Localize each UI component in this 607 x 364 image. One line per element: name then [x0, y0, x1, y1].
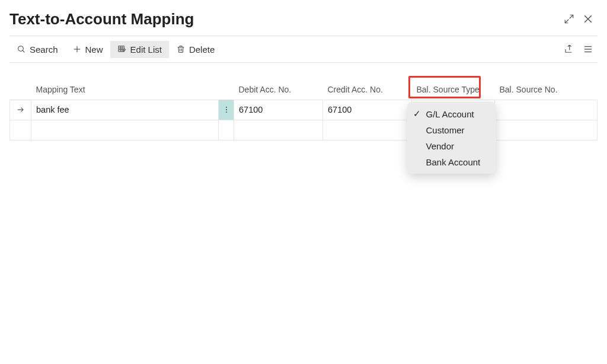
dropdown-option[interactable]: Bank Account: [407, 154, 496, 170]
svg-point-18: [226, 107, 227, 108]
cell-credit-acc[interactable]: [323, 120, 411, 140]
edit-list-label: Edit List: [130, 44, 162, 55]
svg-point-2: [18, 46, 24, 52]
list-view-icon[interactable]: [579, 40, 598, 59]
page-title: Text-to-Account Mapping: [9, 10, 560, 28]
share-icon[interactable]: [560, 40, 579, 59]
svg-line-3: [23, 50, 24, 52]
expand-icon[interactable]: [560, 9, 579, 28]
bal-source-type-dropdown[interactable]: ✓G/L AccountCustomerVendorBank Account: [407, 102, 496, 174]
edit-list-icon: [117, 44, 127, 54]
new-button[interactable]: New: [65, 41, 110, 58]
cell-debit-acc[interactable]: [234, 120, 322, 140]
search-button[interactable]: Search: [9, 41, 65, 58]
dropdown-option-label: G/L Account: [426, 109, 474, 119]
search-label: Search: [30, 44, 58, 55]
edit-list-button[interactable]: Edit List: [110, 41, 169, 58]
svg-point-19: [226, 109, 227, 110]
col-mapping-text[interactable]: Mapping Text: [31, 79, 219, 100]
table-row[interactable]: bank fee 67100 67100: [10, 100, 598, 120]
delete-button[interactable]: Delete: [169, 41, 222, 58]
search-icon: [17, 44, 26, 54]
row-actions-button[interactable]: [219, 100, 234, 120]
dropdown-option-label: Customer: [426, 125, 465, 135]
dropdown-option-label: Bank Account: [426, 157, 481, 167]
cell-debit-acc[interactable]: 67100: [234, 100, 322, 120]
close-icon[interactable]: [579, 9, 598, 28]
svg-point-20: [226, 111, 227, 113]
col-credit-acc[interactable]: Credit Acc. No.: [323, 79, 412, 100]
cell-credit-acc[interactable]: 67100: [323, 100, 411, 120]
mapping-grid[interactable]: Mapping Text Debit Acc. No. Credit Acc. …: [9, 79, 598, 141]
check-icon: ✓: [413, 108, 421, 119]
cell-bal-source-no[interactable]: [495, 120, 597, 140]
row-selector-icon[interactable]: [10, 100, 31, 120]
cell-mapping-text[interactable]: bank fee: [31, 100, 218, 120]
col-bal-source-no[interactable]: Bal. Source No.: [495, 79, 598, 100]
col-debit-acc[interactable]: Debit Acc. No.: [234, 79, 323, 100]
dropdown-option[interactable]: Vendor: [407, 138, 496, 154]
delete-label: Delete: [189, 44, 215, 55]
dropdown-option[interactable]: Customer: [407, 122, 496, 138]
col-bal-source-type[interactable]: Bal. Source Type: [412, 79, 495, 100]
table-row[interactable]: [10, 120, 598, 140]
plus-icon: [72, 44, 82, 54]
cell-bal-source-no[interactable]: [495, 100, 597, 120]
dropdown-option[interactable]: ✓G/L Account: [407, 106, 496, 122]
new-label: New: [85, 44, 103, 55]
cell-mapping-text[interactable]: [31, 120, 218, 140]
trash-icon: [176, 44, 186, 54]
dropdown-option-label: Vendor: [426, 141, 455, 151]
